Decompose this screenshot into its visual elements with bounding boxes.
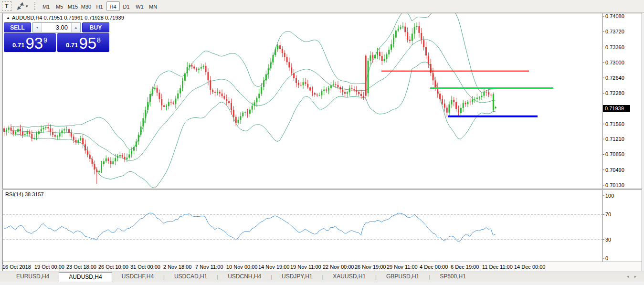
- price-axis-label: 0.72280: [605, 90, 624, 96]
- rsi-pane: [3, 213, 602, 242]
- chart-ohlc-readout: ▲AUDUSD,H4 0.71951 0.71961 0.71928 0.719…: [6, 15, 124, 21]
- chart-tab-bar: EURUSD,H4AUDUSD,H4USDCHF,H4|USDCAD,H1|US…: [0, 272, 644, 282]
- time-axis-label: 26 Nov 19:00: [355, 264, 386, 270]
- time-axis-label: 16 Oct 2018: [2, 264, 31, 270]
- time-axis-label: 11 Dec 11:00: [482, 264, 513, 270]
- time-axis-label: 26 Oct 10:00: [98, 264, 128, 270]
- bollinger-lower-band: [11, 62, 496, 188]
- application-window: T ▾ M1M5M15M30H1H4D1W1MN ▲AUDUSD,H4 0.71…: [0, 0, 644, 285]
- time-axis-label: 19 Nov 11:00: [290, 264, 321, 270]
- chart-tab-usdjpy[interactable]: USDJPY,H1: [272, 272, 322, 282]
- volume-spinner: ▼ 3.00 ▲: [32, 22, 81, 32]
- rsi-indicator-label: RSI(14) 38.3157: [5, 191, 44, 197]
- price-axis-label: 0.70850: [605, 151, 624, 157]
- time-axis-label: 19 Oct 00:00: [34, 264, 64, 270]
- chart-tab-xauusd[interactable]: XAUUSD,H1: [323, 272, 375, 282]
- status-strip: [0, 282, 644, 285]
- price-axis-label: 0.73000: [605, 60, 624, 65]
- price-axis-label: 0.73720: [605, 29, 624, 34]
- rsi-axis-label: 100: [605, 193, 614, 199]
- chart-tab-audusd[interactable]: AUDUSD,H4: [59, 272, 112, 282]
- tab-scroll-buttons: ◂ ▸: [624, 273, 639, 280]
- volume-decrease-button[interactable]: ▼: [33, 23, 42, 32]
- time-axis-label: 6 Dec 19:00: [451, 264, 479, 270]
- time-axis-label: 29 Nov 11:00: [387, 264, 418, 270]
- price-axis-label: 0.71560: [605, 121, 624, 127]
- chart-tab-usdchf[interactable]: USDCHF,H4: [112, 272, 163, 282]
- symbol-marker-icon: ▲: [6, 16, 10, 20]
- sell-price-display[interactable]: 0.71 93 9: [4, 33, 56, 52]
- time-axis-label: 2 Nov 18:00: [163, 264, 191, 270]
- chart-tab-eurusd[interactable]: EURUSD,H4: [7, 272, 59, 282]
- tab-scroll-right-button[interactable]: ▸: [632, 273, 639, 280]
- price-axis-label: 0.70490: [605, 167, 624, 173]
- time-axis-label: 14 Dec 00:00: [514, 264, 545, 270]
- tab-scroll-left-button[interactable]: ◂: [624, 273, 632, 280]
- price-axis-label: 0.74080: [605, 13, 624, 19]
- price-axis-label: 0.72640: [605, 75, 624, 81]
- time-axis-label: 7 Nov 11:00: [195, 264, 223, 270]
- chart-tab-usdcnh[interactable]: USDCNH,H4: [218, 272, 271, 282]
- pane-divider[interactable]: [2, 189, 642, 190]
- time-axis-label: 31 Oct 00:00: [130, 264, 160, 270]
- rsi-axis-label: 70: [605, 211, 611, 217]
- buy-price-display[interactable]: 0.71 95 8: [57, 33, 109, 52]
- time-axis-label: 23 Oct 18:00: [66, 264, 96, 270]
- current-price-tag: 0.71939: [603, 105, 630, 112]
- price-axis-line: [602, 13, 603, 271]
- time-axis-label: 22 Nov 00:00: [323, 264, 354, 270]
- time-axis-label: 14 Nov 19:00: [258, 264, 289, 270]
- time-axis-label: 4 Dec 00:00: [420, 264, 448, 270]
- rsi-axis-label: 30: [605, 237, 611, 243]
- price-axis-label: 0.70130: [605, 182, 624, 188]
- chart-tab-usdcad[interactable]: USDCAD,H1: [165, 272, 217, 282]
- sell-button[interactable]: SELL: [4, 22, 31, 32]
- rsi-axis-label: 0: [605, 255, 608, 261]
- volume-increase-button[interactable]: ▲: [71, 23, 80, 32]
- buy-button[interactable]: BUY: [82, 22, 109, 32]
- chart-tab-sp500[interactable]: SP500,H1: [430, 272, 475, 282]
- volume-input[interactable]: 3.00: [42, 23, 71, 32]
- rsi-line: [4, 213, 496, 242]
- price-axis-label: 0.73360: [605, 44, 624, 50]
- chart-tab-gbpusd[interactable]: GBPUSD,H1: [377, 272, 429, 282]
- price-axis-label: 0.71210: [605, 136, 624, 142]
- one-click-trade-panel: SELL ▼ 3.00 ▲ BUY 0.71 93 9 0.71 95 8: [4, 22, 109, 52]
- axis-ticks: [3, 16, 604, 264]
- time-axis-label: 10 Nov 00:00: [226, 264, 257, 270]
